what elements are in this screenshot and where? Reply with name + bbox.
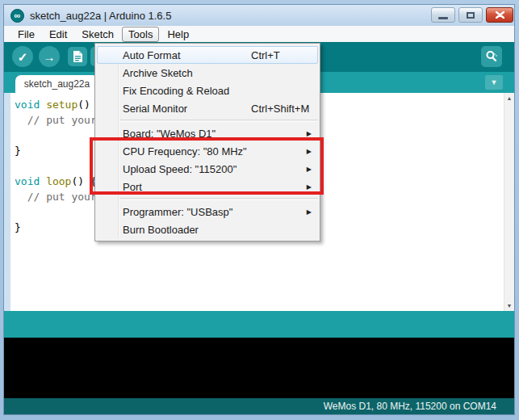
magnifier-icon <box>485 50 498 63</box>
tools-menu: Auto FormatCtrl+TArchive SketchFix Encod… <box>94 43 320 242</box>
menu-item-label: Burn Bootloader <box>98 224 199 236</box>
console-output <box>4 338 514 398</box>
menu-item-label: Serial Monitor <box>98 103 187 115</box>
tools-menu-item[interactable]: Upload Speed: "115200"▶ <box>97 160 318 178</box>
submenu-arrow-icon: ▶ <box>307 208 312 216</box>
status-bar: WeMos D1, 80 MHz, 115200 on COM14 <box>4 398 514 414</box>
new-sketch-button[interactable] <box>68 47 87 66</box>
maximize-icon <box>467 12 475 19</box>
minimize-button[interactable] <box>431 7 455 23</box>
check-icon: ✓ <box>18 51 28 63</box>
close-button[interactable] <box>486 7 513 23</box>
tools-menu-item[interactable]: Burn Bootloader <box>97 220 318 238</box>
menu-item-label: Fix Encoding & Reload <box>98 85 229 97</box>
status-message-strip <box>4 311 514 338</box>
menu-item-label: Upload Speed: "115200" <box>98 163 236 175</box>
serial-monitor-button[interactable] <box>481 46 502 67</box>
arrow-right-icon: → <box>44 51 56 63</box>
tools-menu-item[interactable]: Auto FormatCtrl+T <box>97 46 318 64</box>
close-icon <box>496 11 504 19</box>
menu-item-label: CPU Frequency: "80 MHz" <box>98 145 247 158</box>
submenu-arrow-icon: ▶ <box>307 183 312 191</box>
maximize-button[interactable] <box>458 7 483 23</box>
menu-item-label: Auto Format <box>98 49 181 61</box>
menubar-item-edit[interactable]: Edit <box>43 27 73 42</box>
editor-left-gutter <box>4 93 10 311</box>
tab-dropdown-button[interactable]: ▼ <box>485 75 503 90</box>
window-title: sketch_aug22a | Arduino 1.6.5 <box>30 10 171 22</box>
scroll-up-icon[interactable]: ▲ <box>504 95 514 101</box>
scroll-down-icon[interactable]: ▼ <box>504 303 514 309</box>
menubar-item-help[interactable]: Help <box>161 27 195 42</box>
minimize-icon <box>438 17 448 19</box>
board-status-text: WeMos D1, 80 MHz, 115200 on COM14 <box>324 401 496 412</box>
menubar-item-sketch[interactable]: Sketch <box>75 27 120 42</box>
chevron-down-icon: ▼ <box>491 78 498 86</box>
menu-item-label: Programmer: "USBasp" <box>98 206 232 218</box>
verify-button[interactable]: ✓ <box>12 46 33 67</box>
arduino-logo-icon: ∞ <box>10 9 24 23</box>
menu-separator <box>119 120 318 122</box>
tab-sketch-aug22a[interactable]: sketch_aug22a <box>15 75 98 93</box>
tools-menu-item[interactable]: Programmer: "USBasp"▶ <box>97 203 318 220</box>
menu-item-shortcut: Ctrl+T <box>251 49 280 61</box>
menu-item-label: Archive Sketch <box>98 67 193 79</box>
menubar-item-tools[interactable]: Tools <box>122 27 159 42</box>
menu-bar: FileEditSketchToolsHelp <box>4 26 514 42</box>
menu-item-label: Board: "WeMos D1" <box>98 128 216 140</box>
menu-separator <box>119 198 318 200</box>
tab-label: sketch_aug22a <box>24 78 90 90</box>
desktop-background: ∞ sketch_aug22a | Arduino 1.6.5 FileEdit… <box>0 0 519 420</box>
title-bar[interactable]: ∞ sketch_aug22a | Arduino 1.6.5 <box>4 5 514 26</box>
tools-menu-item[interactable]: Port▶ <box>97 178 318 195</box>
tools-menu-item[interactable]: Archive Sketch <box>97 64 318 82</box>
submenu-arrow-icon: ▶ <box>307 130 312 137</box>
tools-menu-item[interactable]: Serial MonitorCtrl+Shift+M <box>97 99 318 117</box>
tools-menu-item[interactable]: Board: "WeMos D1"▶ <box>97 124 318 142</box>
submenu-arrow-icon: ▶ <box>307 166 312 173</box>
document-icon <box>72 50 83 63</box>
tools-menu-item[interactable]: Fix Encoding & Reload <box>97 82 318 99</box>
submenu-arrow-icon: ▶ <box>307 148 312 155</box>
menubar-item-file[interactable]: File <box>11 27 41 42</box>
editor-scrollbar[interactable]: ▲ ▼ <box>504 93 514 311</box>
menu-item-label: Port <box>98 181 142 193</box>
upload-button[interactable]: → <box>39 46 60 67</box>
window-controls <box>431 7 513 23</box>
tools-menu-item[interactable]: CPU Frequency: "80 MHz"▶ <box>97 142 318 160</box>
menu-item-shortcut: Ctrl+Shift+M <box>251 103 309 115</box>
